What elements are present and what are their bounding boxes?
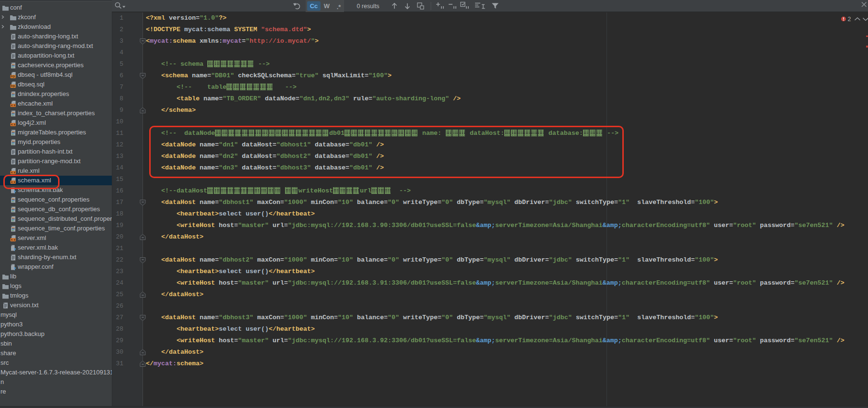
svg-text:W: W	[324, 2, 330, 10]
svg-text:?: ?	[13, 266, 16, 271]
svg-text:SQL: SQL	[11, 75, 15, 78]
svg-text:?: ?	[13, 247, 16, 252]
svg-text:?: ?	[13, 189, 16, 194]
svg-text:.*: .*	[337, 3, 342, 11]
svg-text:0 results: 0 results	[357, 3, 379, 10]
svg-text:2: 2	[848, 16, 851, 23]
svg-text:Cc: Cc	[310, 2, 318, 10]
svg-text:SQL: SQL	[11, 84, 15, 87]
